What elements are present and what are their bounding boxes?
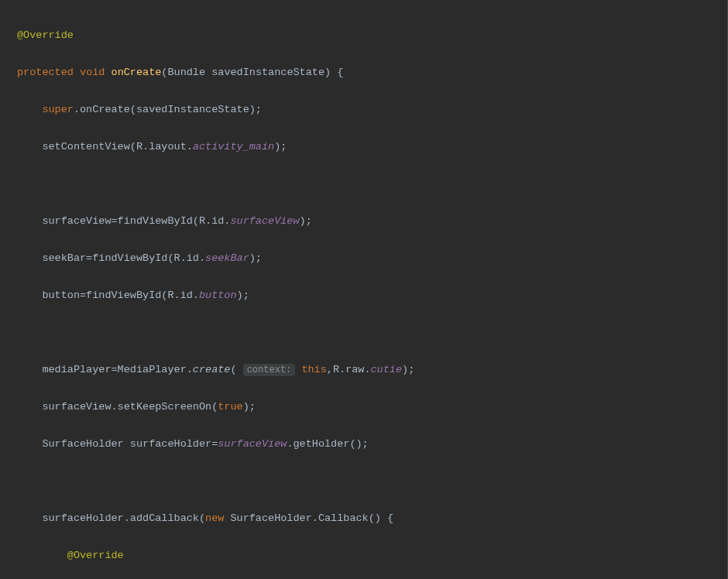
code-line: surfaceView.setKeepScreenOn(true);: [0, 398, 727, 416]
code-line: surfaceHolder.addCallback(new SurfaceHol…: [0, 509, 727, 528]
code-editor[interactable]: @Override protected void onCreate(Bundle…: [0, 0, 728, 579]
code-line: @Override: [0, 26, 727, 45]
method-onCreate: onCreate: [112, 67, 162, 78]
code-line: surfaceView=findViewById(R.id.surfaceVie…: [0, 212, 727, 231]
code-line: seekBar=findViewById(R.id.seekBar);: [0, 249, 727, 268]
annotation-override: @Override: [17, 29, 74, 41]
code-line-blank: [0, 472, 727, 491]
code-line: setContentView(R.layout.activity_main);: [0, 138, 727, 156]
annotation-override: @Override: [67, 550, 124, 561]
code-line: mediaPlayer=MediaPlayer.create( context:…: [0, 361, 727, 379]
param-hint-context: context:: [243, 364, 296, 376]
code-line-blank: [0, 175, 727, 194]
code-line-blank: [0, 324, 727, 342]
code-line: SurfaceHolder surfaceHolder=surfaceView.…: [0, 435, 727, 454]
code-line: protected void onCreate(Bundle savedInst…: [0, 63, 727, 82]
code-line: super.onCreate(savedInstanceState);: [0, 101, 727, 119]
code-line: button=findViewById(R.id.button);: [0, 286, 727, 305]
code-line: @Override: [0, 546, 727, 565]
